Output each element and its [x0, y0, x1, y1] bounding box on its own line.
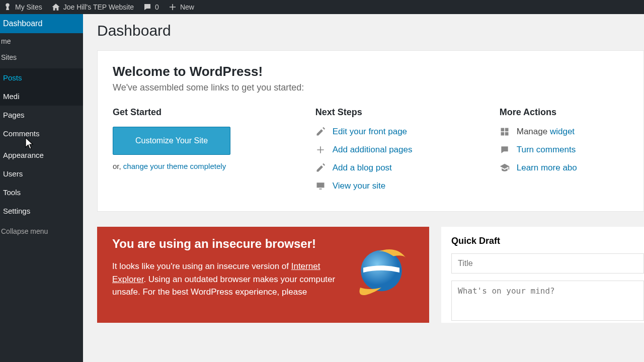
- customize-site-button[interactable]: Customize Your Site: [113, 127, 230, 155]
- admin-sidebar: Dashboard me Sites Posts Medi Pages Comm…: [0, 14, 83, 362]
- new-link[interactable]: New: [168, 3, 194, 12]
- warning-body: It looks like you're using an insecure v…: [112, 260, 339, 299]
- sidebar-item-users[interactable]: Users: [0, 164, 83, 183]
- my-sites-link[interactable]: My Sites: [3, 3, 42, 12]
- add-pages-link[interactable]: Add additional pages: [315, 145, 500, 155]
- insecure-browser-warning: You are using an insecure browser! It lo…: [97, 227, 429, 323]
- sidebar-item-pages[interactable]: Pages: [0, 106, 83, 124]
- my-sites-label: My Sites: [15, 3, 42, 11]
- sidebar-item-dashboard[interactable]: Dashboard: [0, 14, 83, 33]
- quick-draft-content-input[interactable]: [451, 281, 644, 321]
- add-blog-post-link[interactable]: Add a blog post: [315, 163, 500, 173]
- manage-widgets-link[interactable]: Manage widget: [500, 127, 628, 137]
- warning-title: You are using an insecure browser!: [112, 237, 339, 251]
- welcome-title: Welcome to WordPress!: [113, 64, 628, 79]
- sidebar-item-comments[interactable]: Comments: [0, 124, 83, 143]
- sidebar-sub-mysites[interactable]: Sites: [0, 49, 83, 65]
- view-site-link[interactable]: View your site: [315, 181, 500, 191]
- turn-comments-link[interactable]: Turn comments: [500, 145, 628, 155]
- sidebar-item-settings[interactable]: Settings: [0, 202, 83, 220]
- ie-logo-icon: [349, 237, 414, 302]
- sidebar-item-media[interactable]: Medi: [0, 87, 83, 106]
- site-name-label: Joe Hill's TEP Website: [63, 3, 134, 11]
- page-title: Dashboard: [97, 22, 644, 39]
- edit-front-page-link[interactable]: Edit your front page: [315, 127, 500, 137]
- or-change-theme: or, change your theme completely: [113, 162, 315, 170]
- comment-off-icon: [500, 145, 510, 155]
- quick-draft-heading: Quick Draft: [451, 236, 644, 246]
- sidebar-item-posts[interactable]: Posts: [0, 68, 83, 87]
- change-theme-link[interactable]: change your theme completely: [123, 162, 226, 170]
- sidebar-sub-home[interactable]: me: [0, 33, 83, 49]
- network-icon: [3, 3, 12, 12]
- admin-topbar: My Sites Joe Hill's TEP Website 0 New: [0, 0, 644, 14]
- comments-link[interactable]: 0: [143, 3, 159, 12]
- plus-icon: [315, 145, 326, 155]
- quick-draft-title-input[interactable]: [451, 253, 644, 274]
- learn-more-link[interactable]: Learn more abo: [500, 163, 628, 173]
- sidebar-item-appearance[interactable]: Appearance: [0, 146, 83, 164]
- home-icon: [51, 3, 60, 12]
- monitor-icon: [315, 181, 326, 191]
- content-area: Dashboard Welcome to WordPress! We've as…: [83, 14, 644, 362]
- plus-icon: [168, 3, 177, 12]
- welcome-panel: Welcome to WordPress! We've assembled so…: [97, 50, 644, 212]
- collapse-menu[interactable]: Collapse menu: [0, 220, 83, 241]
- edit-icon: [315, 163, 326, 173]
- new-label: New: [180, 3, 194, 11]
- comments-count: 0: [155, 3, 159, 11]
- get-started-heading: Get Started: [113, 107, 315, 118]
- edit-icon: [315, 127, 326, 137]
- site-name-link[interactable]: Joe Hill's TEP Website: [51, 3, 134, 12]
- sidebar-item-tools[interactable]: Tools: [0, 183, 83, 202]
- more-actions-heading: More Actions: [500, 107, 628, 118]
- quick-draft-panel: Quick Draft: [441, 227, 644, 323]
- graduation-icon: [500, 163, 510, 173]
- next-steps-heading: Next Steps: [315, 107, 500, 118]
- widgets-icon: [500, 127, 510, 137]
- welcome-subtitle: We've assembled some links to get you st…: [113, 82, 628, 93]
- comment-icon: [143, 3, 152, 12]
